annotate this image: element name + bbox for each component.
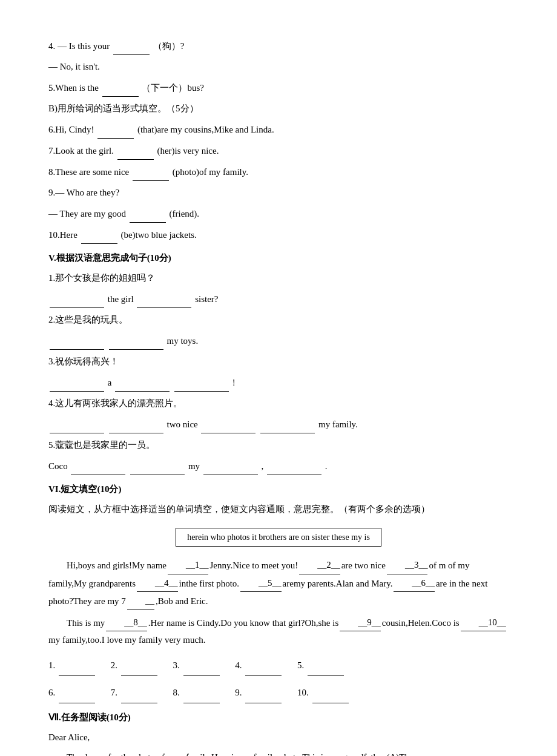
question-9-2: — They are my good (friend).	[48, 204, 509, 223]
blank-3[interactable]: __3__	[387, 556, 428, 574]
s5-q3-chinese: 3.祝你玩得高兴！	[48, 352, 509, 370]
s5-q5-blank2[interactable]	[130, 456, 185, 475]
q4-chinese: （狗）?	[153, 41, 185, 51]
s5-q2-answer: my toys.	[48, 331, 509, 350]
s7-greeting: Dear Alice,	[48, 728, 509, 746]
s5-q3-blank1[interactable]	[50, 373, 104, 392]
blank-4[interactable]: __4__	[137, 574, 178, 593]
ans8[interactable]	[183, 681, 220, 703]
blank-9[interactable]: __9__	[340, 614, 381, 632]
ans7[interactable]	[121, 681, 157, 703]
s7-paragraph: Thank you for the photo of your family.H…	[48, 749, 509, 756]
blank-10[interactable]: __10__	[461, 614, 506, 632]
section-5-title: V.根据汉语意思完成句子(10分)	[48, 250, 509, 266]
ans2[interactable]	[121, 654, 157, 676]
s5-q5-blank1[interactable]	[71, 456, 125, 475]
s5-q5-blank3[interactable]	[203, 456, 258, 475]
s5-q4-chinese: 4.这儿有两张我家人的漂亮照片。	[48, 394, 509, 412]
s5-q3-answer: a !	[48, 373, 509, 392]
q6-blank[interactable]	[97, 120, 134, 139]
question-7: 7.Look at the girl. (her)is very nice.	[48, 141, 509, 160]
ans1[interactable]	[59, 654, 95, 676]
ans9[interactable]	[245, 681, 282, 703]
s5-q5-chinese: 5.蔻蔻也是我家里的一员。	[48, 436, 509, 454]
ans6[interactable]	[59, 681, 95, 703]
section-7-title: Ⅶ.任务型阅读(10分)	[48, 709, 509, 726]
question-4: 4. — Is this your （狗）?	[48, 36, 509, 55]
s5-q4-answer: two nice my family.	[48, 415, 509, 433]
s5-q1-blank1[interactable]	[50, 289, 104, 308]
s5-q4-blank3[interactable]	[201, 415, 255, 433]
question-5: 5.When is the （下一个）bus?	[48, 78, 509, 97]
section-6-title: VI.短文填空(10分)	[48, 481, 509, 498]
s5-q3-blank2[interactable]	[115, 373, 170, 392]
q10-blank[interactable]	[81, 225, 117, 244]
s5-q2-chinese: 2.这些是我的玩具。	[48, 311, 509, 329]
paragraph-2: This is my__8__.Her name is Cindy.Do you…	[48, 614, 509, 649]
word-box-container: herein who photos it brothers are on sis…	[48, 523, 509, 551]
blank-8[interactable]: __8__	[106, 614, 147, 632]
s5-q2-blank1[interactable]	[50, 331, 104, 350]
question-10: 10.Here (be)two blue jackets.	[48, 225, 509, 244]
word-box: herein who photos it brothers are on sis…	[176, 528, 381, 547]
ans10[interactable]	[312, 681, 349, 703]
ans3[interactable]	[183, 654, 220, 676]
blank-5[interactable]: __5__	[240, 574, 282, 593]
blank-7[interactable]: __	[127, 592, 154, 610]
s5-q5-blank4[interactable]	[267, 456, 321, 475]
page-content: 4. — Is this your （狗）? — No, it isn't. 5…	[48, 36, 509, 756]
question-9-1: 9.— Who are they?	[48, 183, 509, 202]
answer-lines-row1: 1. 2. 3. 4. 5.	[48, 654, 509, 676]
q5-text: 5.When is the	[48, 83, 99, 93]
blank-1[interactable]: __1__	[168, 556, 209, 574]
q8-blank[interactable]	[133, 162, 169, 181]
s7-underline-text: These are my	[399, 752, 448, 756]
paragraph-1: Hi,boys and girls!My name__1__Jenny.Nice…	[48, 556, 509, 610]
question-6: 6.Hi, Cindy! (that)are my cousins,Mike a…	[48, 120, 509, 139]
section-6-intro: 阅读短文，从方框中选择适当的单词填空，使短文内容通顺，意思完整。（有两个多余的选…	[48, 500, 509, 518]
q9-blank[interactable]	[130, 204, 166, 223]
answer-lines-row2: 6. 7. 8. 9. 10.	[48, 681, 509, 703]
section-b-intro: B)用所给词的适当形式填空。（5分）	[48, 99, 509, 117]
ans5[interactable]	[308, 654, 344, 676]
blank-6[interactable]: __6__	[394, 574, 435, 593]
q4-blank[interactable]	[113, 36, 150, 55]
s5-q5-answer: Coco my , .	[48, 456, 509, 475]
s5-q2-blank2[interactable]	[109, 331, 163, 350]
ans4[interactable]	[245, 654, 282, 676]
blank-2[interactable]: __2__	[299, 556, 340, 574]
q5-chinese: （下一个）bus?	[142, 83, 204, 93]
s5-q1-answer: the girl sister?	[48, 289, 509, 308]
s5-q4-blank2[interactable]	[109, 415, 163, 433]
q4-text: 4. — Is this your	[48, 41, 110, 51]
s5-q3-blank3[interactable]	[174, 373, 229, 392]
s5-q1-blank2[interactable]	[137, 289, 191, 308]
question-8: 8.These are some nice (photo)of my famil…	[48, 162, 509, 181]
s5-q1-chinese: 1.那个女孩是你的姐姐吗？	[48, 269, 509, 287]
q4-answer: — No, it isn't.	[48, 58, 509, 76]
s5-q4-blank1[interactable]	[50, 415, 104, 433]
q5-blank[interactable]	[102, 78, 139, 97]
s5-q4-blank4[interactable]	[260, 415, 315, 433]
q7-blank[interactable]	[117, 141, 154, 160]
